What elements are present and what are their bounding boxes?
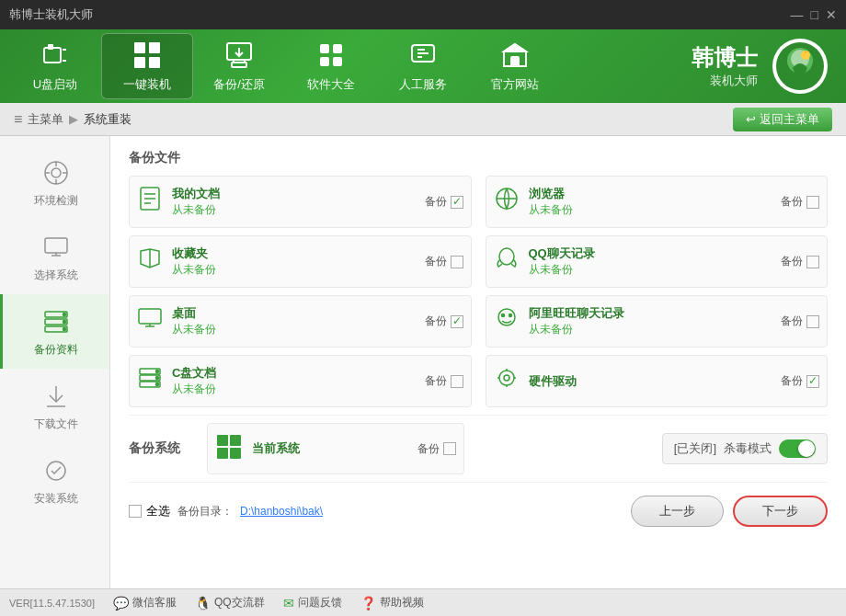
breadcrumb-bar: ≡ 主菜单 ▶ 系统重装 ↩ 返回主菜单 <box>0 103 846 136</box>
backup-data-icon <box>40 305 73 338</box>
window-controls: — □ ✕ <box>791 7 837 22</box>
select-all-label[interactable]: 全选 <box>129 503 170 519</box>
statusbar-help[interactable]: ❓ 帮助视频 <box>360 595 424 610</box>
aliww-icon <box>494 305 520 337</box>
nav-backup[interactable]: 备份/还原 <box>193 33 285 99</box>
favorites-item: 收藏夹 从未备份 备份 <box>129 235 472 288</box>
sidebar-item-backup[interactable]: 备份资料 <box>0 294 109 369</box>
svg-rect-15 <box>333 57 342 66</box>
statusbar: VER[11.5.47.1530] 💬 微信客服 🐧 QQ交流群 ✉ 问题反馈 … <box>0 588 846 616</box>
statusbar-qq[interactable]: 🐧 QQ交流群 <box>195 595 265 610</box>
left-column: 我的文档 从未备份 备份 <box>129 176 472 407</box>
svg-rect-17 <box>511 57 519 66</box>
antivirus-toggle[interactable] <box>779 439 816 458</box>
svg-point-36 <box>63 328 66 331</box>
nav-software[interactable]: 软件大全 <box>285 33 377 99</box>
desktop-status: 从未备份 <box>172 322 416 337</box>
qq-info: QQ聊天记录 从未备份 <box>529 245 772 278</box>
feedback-label: 问题反馈 <box>298 595 342 610</box>
close-button[interactable]: ✕ <box>826 7 837 22</box>
antivirus-status: [已关闭] <box>674 440 716 457</box>
statusbar-wechat[interactable]: 💬 微信客服 <box>113 595 177 610</box>
nav-website[interactable]: 官方网站 <box>469 33 561 99</box>
system-item-icon <box>215 433 243 464</box>
maximize-button[interactable]: □ <box>811 7 818 22</box>
my-docs-checkbox[interactable] <box>451 196 463 209</box>
browser-item: 浏览器 从未备份 备份 <box>486 176 829 228</box>
statusbar-feedback[interactable]: ✉ 问题反馈 <box>283 595 342 610</box>
backup-files-header: 备份文件 <box>129 150 828 166</box>
c-docs-checkbox[interactable] <box>451 375 463 388</box>
minimize-button[interactable]: — <box>791 7 804 22</box>
nav-install[interactable]: 一键装机 <box>101 33 193 99</box>
hardware-checkbox[interactable] <box>806 375 819 388</box>
svg-rect-66 <box>217 435 228 446</box>
breadcrumb-home[interactable]: 主菜单 <box>28 111 63 128</box>
hardware-check: 备份 <box>781 373 819 389</box>
sidebar-download-label: 下载文件 <box>34 416 78 432</box>
svg-rect-0 <box>44 48 61 63</box>
backup-system-row: 备份系统 当前系统 备份 <box>129 415 828 483</box>
prev-button[interactable]: 上一步 <box>631 496 724 527</box>
qq-backup-label: 备份 <box>781 254 803 269</box>
hardware-icon <box>494 365 520 397</box>
browser-backup-label: 备份 <box>781 194 803 210</box>
back-button[interactable]: ↩ 返回主菜单 <box>733 108 832 131</box>
svg-point-58 <box>501 314 504 317</box>
desktop-checkbox[interactable] <box>451 315 463 328</box>
nav-usb[interactable]: U盘启动 <box>9 33 101 99</box>
browser-checkbox[interactable] <box>806 196 819 209</box>
system-checkbox[interactable] <box>443 442 456 455</box>
sidebar-item-download[interactable]: 下载文件 <box>0 369 109 443</box>
svg-rect-12 <box>320 44 329 53</box>
download-icon <box>40 380 73 413</box>
nav-buttons: 上一步 下一步 <box>631 496 828 527</box>
toggle-knob <box>798 440 815 457</box>
favorites-name: 收藏夹 <box>172 245 416 262</box>
next-button[interactable]: 下一步 <box>733 496 828 527</box>
browser-check: 备份 <box>781 194 819 210</box>
backup-system-label: 备份系统 <box>129 440 184 457</box>
select-all-checkbox[interactable] <box>129 505 142 518</box>
favorites-checkbox[interactable] <box>451 256 463 268</box>
nav-usb-label: U盘启动 <box>33 76 77 93</box>
help-label: 帮助视频 <box>380 595 424 610</box>
svg-rect-6 <box>134 57 145 68</box>
sidebar-env-label: 环境检测 <box>34 193 78 209</box>
sidebar: 环境检测 选择系统 <box>0 136 110 588</box>
svg-rect-1 <box>48 44 53 50</box>
svg-rect-13 <box>333 44 342 53</box>
my-docs-check: 备份 <box>425 194 463 210</box>
svg-point-53 <box>156 383 159 386</box>
backup-path-link[interactable]: D:\hanboshi\bak\ <box>240 505 323 518</box>
svg-point-59 <box>509 314 511 317</box>
env-icon <box>40 156 73 189</box>
sidebar-item-install-sys[interactable]: 安装系统 <box>0 443 109 518</box>
c-docs-name: C盘文档 <box>172 365 416 382</box>
svg-point-35 <box>63 321 66 324</box>
nav-service[interactable]: 人工服务 <box>377 33 469 99</box>
aliww-info: 阿里旺旺聊天记录 从未备份 <box>529 305 772 337</box>
sidebar-item-env[interactable]: 环境检测 <box>0 145 109 220</box>
breadcrumb-separator: ▶ <box>69 112 78 126</box>
svg-rect-4 <box>134 42 145 53</box>
antivirus-box: [已关闭] 杀毒模式 <box>662 433 828 464</box>
antivirus-label: 杀毒模式 <box>724 440 772 457</box>
header-nav: U盘启动 一键装机 备份/还原 <box>0 29 846 103</box>
system-icon <box>40 231 73 264</box>
my-docs-backup-label: 备份 <box>425 194 447 210</box>
sidebar-item-system[interactable]: 选择系统 <box>0 220 109 294</box>
main-area: 环境检测 选择系统 <box>0 136 846 588</box>
version-label: VER[11.5.47.1530] <box>9 598 95 609</box>
backup-system-item: 当前系统 备份 <box>207 423 464 474</box>
system-backup-label: 备份 <box>417 441 440 457</box>
svg-rect-69 <box>230 448 241 459</box>
nav-website-label: 官方网站 <box>491 76 539 93</box>
svg-rect-67 <box>230 435 241 446</box>
svg-rect-9 <box>232 63 246 67</box>
aliww-checkbox[interactable] <box>806 315 819 328</box>
my-docs-info: 我的文档 从未备份 <box>172 186 416 218</box>
qq-check: 备份 <box>781 254 819 269</box>
svg-rect-28 <box>45 238 67 253</box>
qq-checkbox[interactable] <box>806 256 819 268</box>
